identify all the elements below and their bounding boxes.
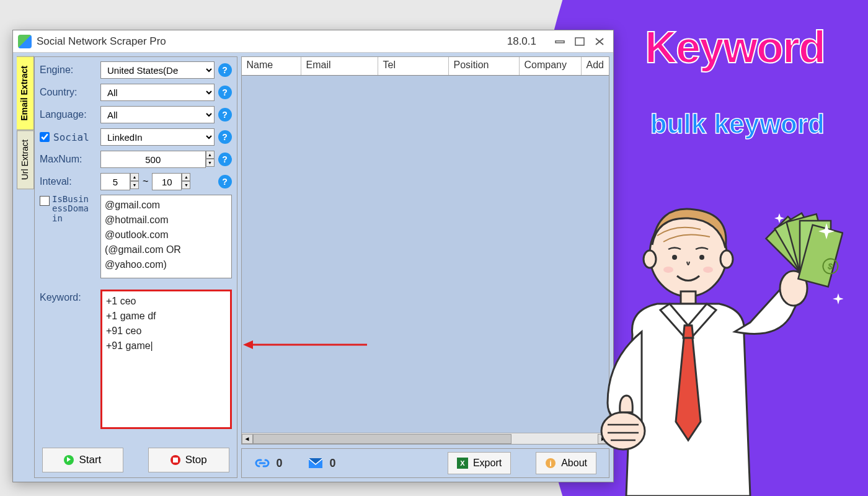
- minimize-icon: [554, 38, 565, 45]
- isbusiness-checkbox[interactable]: [40, 196, 50, 206]
- col-position[interactable]: Position: [449, 57, 520, 75]
- social-select[interactable]: LinkedIn: [100, 128, 215, 146]
- col-tel[interactable]: Tel: [378, 57, 449, 75]
- svg-rect-15: [681, 291, 696, 304]
- keyword-label: Keyword:: [40, 290, 100, 303]
- svg-point-10: [720, 250, 733, 268]
- svg-point-9: [644, 250, 656, 268]
- emails-count: 0: [330, 457, 336, 470]
- start-button[interactable]: Start: [42, 448, 123, 472]
- language-select[interactable]: All: [100, 106, 215, 123]
- svg-text:X: X: [460, 459, 465, 467]
- country-select[interactable]: All: [100, 84, 215, 101]
- businessman-illustration: $: [533, 186, 843, 496]
- stat-emails: 0: [308, 457, 336, 470]
- tab-email-extract[interactable]: Email Extract: [17, 56, 34, 130]
- language-label: Language:: [40, 109, 100, 120]
- scroll-left-icon[interactable]: ◄: [242, 434, 253, 444]
- minimize-button[interactable]: [551, 35, 569, 48]
- links-count: 0: [277, 457, 283, 470]
- promo-bulk-text: bulk keyword: [650, 108, 825, 140]
- interval-from-spinner[interactable]: ▲▼: [130, 173, 139, 190]
- svg-rect-0: [556, 41, 564, 43]
- stop-label: Stop: [185, 454, 207, 466]
- start-label: Start: [79, 454, 101, 466]
- interval-label: Inteval:: [40, 176, 100, 187]
- export-button[interactable]: X Export: [448, 452, 511, 474]
- envelope-icon: [308, 457, 324, 469]
- help-maxnum[interactable]: ?: [218, 153, 232, 166]
- maxnum-spinner[interactable]: ▲▼: [206, 151, 215, 168]
- col-add[interactable]: Add: [582, 57, 609, 75]
- col-company[interactable]: Company: [520, 57, 582, 75]
- help-social[interactable]: ?: [218, 130, 232, 144]
- play-icon: [64, 455, 74, 465]
- isbusiness-label: IsBusinessDomain: [52, 195, 89, 223]
- tab-url-extract[interactable]: Url Extract: [17, 130, 34, 189]
- social-label: Social: [53, 131, 89, 143]
- domains-textarea[interactable]: @gmail.com @hotmail.com @outlook.com (@g…: [100, 195, 232, 278]
- svg-point-16: [601, 412, 645, 450]
- close-button[interactable]: [591, 35, 608, 48]
- interval-separator: ~: [143, 176, 148, 187]
- stop-button[interactable]: Stop: [148, 448, 229, 472]
- help-interval[interactable]: ?: [218, 175, 232, 188]
- maximize-button[interactable]: [571, 35, 588, 48]
- engine-select[interactable]: United States(De: [100, 61, 215, 79]
- maximize-icon: [575, 37, 585, 46]
- social-checkbox[interactable]: [40, 132, 50, 142]
- version-label: 18.0.1: [507, 35, 536, 48]
- export-label: Export: [473, 458, 502, 469]
- help-engine[interactable]: ?: [218, 63, 232, 77]
- keyword-textarea[interactable]: +1 ceo +1 game df +91 ceo +91 game|: [100, 290, 232, 429]
- help-country[interactable]: ?: [218, 86, 232, 99]
- engine-label: Engine:: [40, 64, 100, 76]
- promo-keyword-text: Keyword: [645, 22, 825, 73]
- svg-rect-1: [575, 38, 584, 45]
- link-icon: [254, 455, 270, 471]
- country-label: Country:: [40, 87, 100, 98]
- table-header: Name Email Tel Position Company Add: [242, 57, 609, 76]
- interval-from-input[interactable]: [100, 173, 130, 190]
- app-icon: [18, 35, 32, 48]
- excel-icon: X: [457, 458, 468, 469]
- interval-to-input[interactable]: [152, 173, 182, 190]
- col-name[interactable]: Name: [242, 57, 301, 75]
- col-email[interactable]: Email: [301, 57, 378, 75]
- app-window: Social Network Scraper Pro 18.0.1 Email …: [12, 30, 614, 482]
- window-title: Social Network Scraper Pro: [37, 35, 166, 48]
- close-icon: [595, 37, 604, 46]
- svg-point-14: [703, 267, 713, 273]
- stop-icon: [170, 455, 180, 465]
- social-label-wrap: Social: [40, 131, 100, 143]
- maxnum-input[interactable]: [100, 151, 206, 168]
- help-language[interactable]: ?: [218, 108, 232, 122]
- titlebar: Social Network Scraper Pro 18.0.1: [13, 30, 613, 53]
- interval-to-spinner[interactable]: ▲▼: [182, 173, 190, 190]
- stat-links: 0: [254, 455, 283, 471]
- left-panel: Email Extract Url Extract Engine: United…: [17, 56, 237, 478]
- svg-point-13: [663, 267, 673, 273]
- form-area: Engine: United States(De ? Country: All …: [34, 56, 237, 478]
- svg-point-12: [699, 255, 704, 260]
- maxnum-label: MaxNum:: [40, 154, 100, 165]
- svg-point-11: [672, 255, 677, 260]
